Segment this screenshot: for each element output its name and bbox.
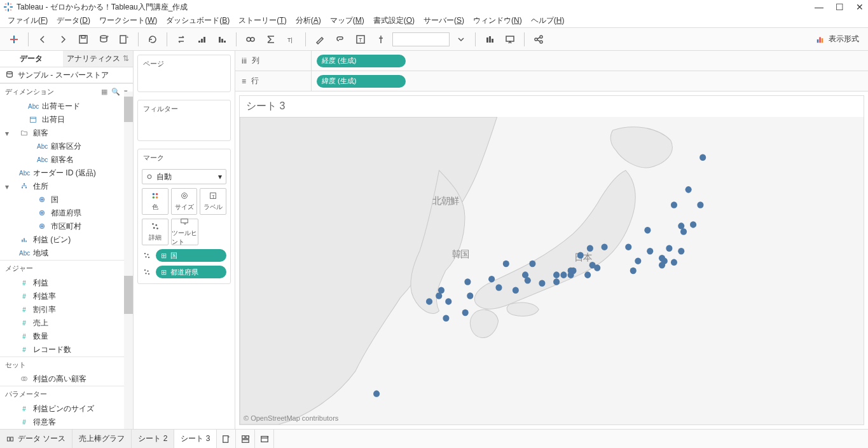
dimension-field-10[interactable]: 利益 (ビン) xyxy=(0,233,133,247)
sheet-tab-1[interactable]: シート 2 xyxy=(132,430,174,448)
new-story-tab-button[interactable]: + xyxy=(255,430,274,448)
map-point[interactable] xyxy=(529,261,535,268)
dimension-field-1[interactable]: 出荷日 xyxy=(0,113,133,126)
map-point[interactable] xyxy=(560,271,567,278)
sheet-tab-0[interactable]: 売上棒グラフ xyxy=(72,430,132,448)
map-point[interactable] xyxy=(445,298,451,305)
datasource-tab[interactable]: データ ソース xyxy=(0,430,72,448)
attach-button[interactable] xyxy=(331,31,349,48)
map-point[interactable] xyxy=(426,298,432,305)
show-me-button[interactable]: 表示形式 xyxy=(812,32,863,46)
measure-field-0[interactable]: #利益 xyxy=(0,276,133,290)
menu-ストーリー[interactable]: ストーリー(T) xyxy=(235,14,290,27)
dimension-field-2[interactable]: ▾顧客 xyxy=(0,126,133,140)
map-point[interactable] xyxy=(462,309,469,316)
map-point[interactable] xyxy=(666,245,672,252)
map-point[interactable] xyxy=(553,271,560,278)
mark-palette-button[interactable]: 色 xyxy=(142,188,169,215)
mark-label-button[interactable]: Tラベル xyxy=(200,188,226,215)
dimension-field-7[interactable]: 国 xyxy=(0,193,133,207)
search-field[interactable] xyxy=(392,32,450,46)
highlight-button[interactable] xyxy=(311,31,329,48)
map-point[interactable] xyxy=(678,248,684,255)
map-point[interactable] xyxy=(577,252,584,259)
map-point[interactable] xyxy=(594,264,600,271)
map-point[interactable] xyxy=(584,271,591,278)
map-point[interactable] xyxy=(568,271,574,278)
new-datasource-button[interactable]: + xyxy=(95,31,113,48)
sort-asc-button[interactable] xyxy=(193,31,210,48)
sheet-title[interactable]: シート 3 xyxy=(240,96,864,117)
measure-field-2[interactable]: #割引率 xyxy=(0,303,133,316)
menu-ヘルプ[interactable]: ヘルプ(H) xyxy=(527,14,568,27)
save-button[interactable] xyxy=(74,31,92,48)
new-dashboard-tab-button[interactable]: + xyxy=(236,430,255,448)
search-dropdown[interactable] xyxy=(452,31,470,48)
map-point[interactable] xyxy=(635,257,641,264)
minimize-button[interactable]: — xyxy=(815,3,823,11)
param-field-0[interactable]: #利益ビンのサイズ xyxy=(0,402,133,416)
back-button[interactable] xyxy=(34,31,52,48)
map-point[interactable] xyxy=(671,201,677,208)
map-point[interactable] xyxy=(513,287,519,294)
share-button[interactable] xyxy=(530,31,548,48)
map-point[interactable] xyxy=(647,248,653,255)
mark-pill-1[interactable]: ⊞都道府県 xyxy=(156,266,226,278)
set-field-0[interactable]: 利益の高い顧客 xyxy=(0,372,133,386)
pin-button[interactable] xyxy=(372,31,390,48)
param-field-1[interactable]: #得意客 xyxy=(0,416,133,429)
rows-pill[interactable]: 緯度 (生成) xyxy=(317,75,406,88)
find-field-icon[interactable]: 🔍 xyxy=(111,88,120,96)
map-point[interactable] xyxy=(587,245,593,252)
mark-type-dropdown[interactable]: 自動▾ xyxy=(142,169,226,184)
map-point[interactable] xyxy=(373,390,380,397)
map-point[interactable] xyxy=(443,315,449,322)
text-button[interactable]: T xyxy=(352,31,369,48)
map-point[interactable] xyxy=(601,243,607,250)
menu-マップ[interactable]: マップ(M) xyxy=(326,14,368,27)
dimension-field-6[interactable]: ▾住所 xyxy=(0,180,133,193)
dimension-field-4[interactable]: Abc顧客名 xyxy=(0,153,133,166)
tableau-logo-button[interactable] xyxy=(5,31,23,48)
map-point[interactable] xyxy=(495,284,502,291)
map-point[interactable] xyxy=(539,280,545,287)
map-point[interactable] xyxy=(680,228,687,235)
measure-field-3[interactable]: #売上 xyxy=(0,316,133,330)
menu-分析[interactable]: 分析(A) xyxy=(292,14,325,27)
new-worksheet-button[interactable]: + xyxy=(115,31,133,48)
map-point[interactable] xyxy=(659,262,665,269)
swap-button[interactable] xyxy=(172,31,190,48)
totals-button[interactable] xyxy=(262,31,280,48)
columns-shelf[interactable]: iii列 経度 (生成) xyxy=(235,51,868,71)
map-point[interactable] xyxy=(503,261,509,268)
menu-書式設定[interactable]: 書式設定(O) xyxy=(369,14,418,27)
menu-ウィンドウ[interactable]: ウィンドウ(N) xyxy=(469,14,526,27)
dimension-field-0[interactable]: Abc出荷モード xyxy=(0,100,133,113)
mark-pill-0[interactable]: ⊞国 xyxy=(156,249,226,262)
dimension-field-11[interactable]: Abc地域 xyxy=(0,247,133,260)
map-point[interactable] xyxy=(685,186,692,193)
columns-pill[interactable]: 経度 (生成) xyxy=(317,55,406,67)
group-button[interactable] xyxy=(242,31,259,48)
new-worksheet-tab-button[interactable]: + xyxy=(217,430,236,448)
dimension-field-5[interactable]: Abcオーダー ID (返品) xyxy=(0,166,133,180)
menu-サーバー[interactable]: サーバー(S) xyxy=(420,14,468,27)
map-point[interactable] xyxy=(699,154,706,161)
pages-shelf[interactable]: ページ xyxy=(137,55,231,92)
measure-field-5[interactable]: #レコード数 xyxy=(0,343,133,356)
map-point[interactable] xyxy=(690,221,696,228)
filters-shelf[interactable]: フィルター xyxy=(137,100,231,141)
maximize-button[interactable]: ☐ xyxy=(835,3,844,11)
map-point[interactable] xyxy=(630,268,637,275)
map-point[interactable] xyxy=(697,201,703,208)
datasource-row[interactable]: サンプル - スーパーストア xyxy=(0,67,133,84)
map-point[interactable] xyxy=(644,227,651,234)
abc-button[interactable]: T| xyxy=(282,31,300,48)
menu-ダッシュボード[interactable]: ダッシュボード(B) xyxy=(162,14,233,27)
dimension-field-3[interactable]: Abc顧客区分 xyxy=(0,140,133,153)
map-point[interactable] xyxy=(467,292,473,299)
menu-ワークシート[interactable]: ワークシート(W) xyxy=(95,14,161,27)
measure-field-4[interactable]: #数量 xyxy=(0,330,133,343)
mark-tooltip-button[interactable]: ツールヒント xyxy=(171,219,198,245)
map-point[interactable] xyxy=(553,278,560,285)
